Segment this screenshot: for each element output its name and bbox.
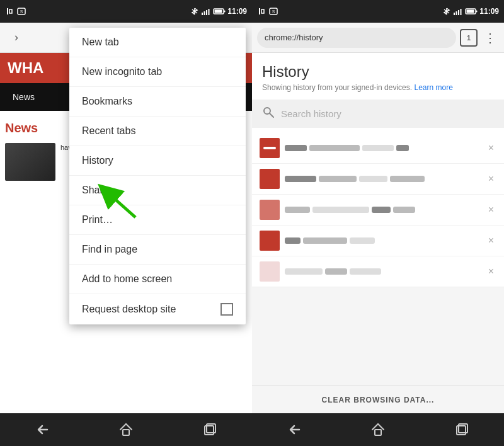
right-home-icon — [370, 422, 386, 437]
hist-close-1[interactable]: × — [486, 140, 496, 156]
tab-count-button[interactable]: 1 — [460, 29, 478, 47]
right-bluetooth-icon — [442, 7, 451, 16]
menu-item-bookmarks[interactable]: Bookmarks — [69, 87, 246, 117]
menu-item-history[interactable]: History — [69, 146, 246, 176]
news-thumbnail — [5, 143, 55, 181]
menu-label-find: Find in page — [82, 244, 137, 255]
svg-rect-29 — [375, 430, 381, 435]
signal-icon — [201, 7, 211, 16]
menu-item-recent-tabs[interactable]: Recent tabs — [69, 117, 246, 146]
right-home-button[interactable] — [364, 416, 392, 443]
menu-label-incognito: New incognito tab — [82, 66, 162, 77]
history-row: × — [252, 256, 504, 287]
hist-close-2[interactable]: × — [486, 171, 496, 187]
search-placeholder: Search history — [281, 108, 341, 119]
forward-button[interactable]: › — [5, 26, 28, 49]
learn-more-link[interactable]: Learn more — [414, 83, 452, 92]
svg-rect-7 — [209, 9, 210, 15]
hist-text-1 — [285, 145, 481, 151]
svg-rect-5 — [204, 11, 205, 15]
search-icon-svg — [262, 106, 275, 118]
svg-rect-16 — [259, 8, 260, 14]
sim-icon: S — [16, 7, 26, 16]
right-sim-icon: S — [268, 7, 278, 16]
favicon-1 — [260, 138, 280, 158]
history-row: × — [252, 226, 504, 256]
search-bar[interactable]: Search history — [252, 100, 504, 128]
menu-label-desktop: Request desktop site — [82, 304, 176, 315]
nav-news: News — [5, 92, 42, 102]
hist-text-5 — [285, 268, 481, 275]
history-subtitle-text: Showing history from your signed-in devi… — [262, 83, 412, 92]
right-status-bar: S 11:09 — [252, 0, 504, 23]
hist-close-5[interactable]: × — [486, 263, 496, 280]
svg-rect-9 — [224, 11, 226, 13]
menu-item-desktop[interactable]: Request desktop site — [69, 294, 246, 324]
history-browser-bar: chrome://history 1 ⋮ — [252, 23, 504, 53]
history-page-title: History — [262, 63, 494, 81]
clear-browsing-button[interactable]: CLEAR BROWSING DATA... — [322, 396, 435, 404]
three-dot-menu-button[interactable]: ⋮ — [481, 28, 499, 48]
svg-rect-13 — [123, 430, 129, 435]
menu-item-add-home[interactable]: Add to home screen — [69, 265, 246, 294]
menu-label-add-home: Add to home screen — [82, 273, 172, 285]
webpage-logo: WHA — [8, 59, 43, 77]
history-header: History Showing history from your signed… — [252, 53, 504, 94]
svg-line-12 — [107, 192, 135, 217]
right-back-button[interactable] — [280, 416, 308, 443]
svg-rect-6 — [206, 10, 207, 15]
history-row: × — [252, 164, 504, 195]
menu-item-share[interactable]: Share… — [69, 176, 246, 205]
svg-rect-0 — [7, 8, 8, 14]
history-page: History Showing history from your signed… — [252, 53, 504, 287]
menu-item-find[interactable]: Find in page — [69, 235, 246, 265]
left-status-right: 11:09 — [190, 7, 247, 16]
hist-close-4[interactable]: × — [486, 232, 496, 249]
svg-rect-10 — [215, 10, 222, 13]
back-icon — [35, 422, 50, 437]
menu-label-bookmarks: Bookmarks — [82, 96, 132, 107]
bluetooth-icon — [190, 7, 199, 16]
menu-item-print[interactable]: Print… — [69, 205, 246, 235]
right-signal-icon — [453, 7, 463, 16]
hist-text-3 — [285, 207, 481, 213]
svg-rect-23 — [461, 9, 462, 15]
menu-item-incognito[interactable]: New incognito tab — [69, 57, 246, 87]
svg-rect-1 — [9, 9, 12, 13]
svg-rect-26 — [467, 10, 474, 13]
menu-label-history: History — [82, 155, 113, 166]
favicon-3 — [260, 200, 280, 220]
history-subtitle: Showing history from your signed-in devi… — [262, 83, 494, 92]
overflow-menu: New tab New incognito tab Bookmarks Rece… — [69, 28, 246, 324]
home-icon — [118, 422, 134, 437]
search-icon — [262, 106, 275, 122]
right-tabs-button[interactable] — [448, 416, 476, 443]
history-row: × — [252, 133, 504, 164]
svg-rect-22 — [458, 10, 459, 15]
hist-text-4 — [285, 237, 481, 244]
svg-text:S: S — [272, 9, 275, 14]
home-button[interactable] — [112, 416, 140, 443]
history-list: × × — [252, 133, 504, 287]
green-arrow — [98, 183, 148, 220]
tabs-icon — [202, 422, 217, 437]
right-status-icons: S — [257, 7, 278, 16]
url-bar[interactable]: chrome://history — [257, 28, 456, 48]
svg-rect-20 — [454, 13, 455, 15]
back-button[interactable] — [28, 416, 56, 443]
left-status-bar: S 11:09 — [0, 0, 252, 23]
menu-item-new-tab[interactable]: New tab — [69, 28, 246, 57]
svg-rect-25 — [476, 11, 478, 13]
battery-icon — [213, 7, 226, 16]
left-bottom-nav — [0, 413, 252, 446]
history-row: × — [252, 195, 504, 226]
right-panel: S 11:09 chrome://history 1 ⋮ — [252, 0, 504, 446]
svg-rect-4 — [202, 13, 203, 15]
hist-text-2 — [285, 176, 481, 182]
desktop-checkbox[interactable] — [220, 303, 233, 316]
hist-close-3[interactable]: × — [486, 202, 496, 218]
favicon-4 — [260, 231, 280, 251]
tabs-button[interactable] — [196, 416, 224, 443]
favicon-2 — [260, 169, 280, 189]
svg-rect-21 — [456, 11, 457, 15]
